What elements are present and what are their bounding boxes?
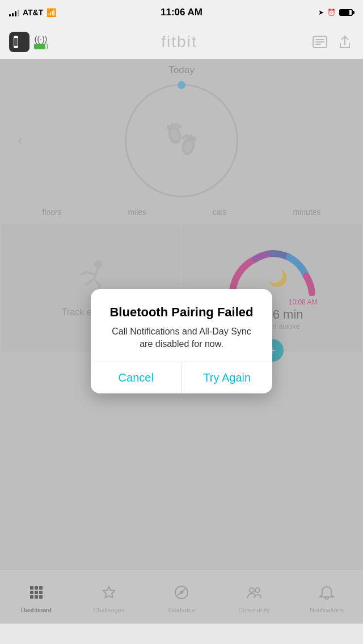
fitbit-logo: fitbit (161, 33, 197, 51)
modal-message: Call Notifications and All-Day Sync are … (104, 325, 259, 351)
status-bar: AT&T 📶 11:06 AM ➤ ⏰ (0, 0, 363, 25)
bluetooth-error-modal: Bluetooth Pairing Failed Call Notificati… (91, 289, 272, 394)
modal-overlay: Bluetooth Pairing Failed Call Notificati… (0, 59, 363, 624)
modal-buttons: Cancel Try Again (91, 362, 272, 393)
signal-icon (9, 9, 19, 16)
cancel-button[interactable]: Cancel (91, 362, 182, 393)
status-time: 11:06 AM (161, 7, 202, 18)
profile-icon[interactable] (311, 33, 329, 51)
svg-rect-1 (14, 38, 18, 46)
wifi-icon: 📶 (47, 8, 56, 17)
svg-rect-5 (315, 44, 321, 45)
navigation-icon: ➤ (318, 9, 324, 16)
status-left: AT&T 📶 (9, 8, 56, 17)
battery-icon (339, 9, 354, 16)
device-battery: ((·)) (34, 35, 48, 49)
status-right: ➤ ⏰ (318, 9, 354, 16)
share-icon[interactable] (336, 33, 354, 51)
svg-rect-3 (315, 39, 324, 40)
carrier-label: AT&T (23, 8, 43, 17)
svg-rect-4 (315, 41, 324, 43)
device-signal-icon: ((·)) (35, 35, 48, 44)
modal-body: Bluetooth Pairing Failed Call Notificati… (91, 289, 272, 362)
header-actions (311, 33, 354, 51)
modal-title: Bluetooth Pairing Failed (104, 305, 259, 320)
clock-icon: ⏰ (327, 9, 336, 16)
app-header: ((·)) fitbit (0, 25, 363, 59)
try-again-button[interactable]: Try Again (182, 362, 273, 393)
device-icon (9, 32, 29, 52)
device-info: ((·)) (9, 32, 48, 52)
